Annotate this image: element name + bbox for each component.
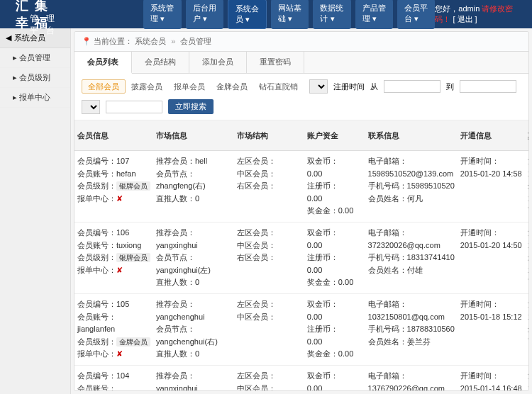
breadcrumb: 📍 当前位置： 系统会员 » 会员管理 — [74, 32, 528, 52]
filter-category[interactable]: 报单会员 — [168, 80, 211, 93]
filter-category[interactable]: 披露会员 — [126, 80, 168, 93]
filter-bar: 全部会员披露会员报单会员金牌会员钻石直院销 注册时间 从 到 立即搜索 — [74, 74, 528, 120]
filter-category[interactable]: 金牌会员 — [211, 80, 253, 93]
main-nav: 系统管理 ▾后台用户 ▾系统会员 ▾网站基础 ▾数据统计 ▾产品管理 ▾会员平台… — [143, 0, 435, 29]
nav-item[interactable]: 网站基础 ▾ — [271, 0, 309, 29]
table-row: 会员编号：105会员账号：jianglanfen会员级别：金牌会员报单中心：✘推… — [74, 293, 529, 365]
nav-item[interactable]: 系统管理 ▾ — [143, 0, 181, 29]
admin-name: admin — [458, 4, 480, 13]
nav-item[interactable]: 会员平台 ▾ — [397, 0, 435, 29]
table-row: 会员编号：107会员账号：hefan会员级别：银牌会员报单中心：✘推荐会员：he… — [74, 151, 529, 223]
member-table: 会员信息市场信息市场结构账户资金联系信息开通信息其他信息操作 会员编号：107会… — [74, 120, 529, 391]
top-bar: 汇 集 幸 福 管 理 平 台 系统管理 ▾后台用户 ▾系统会员 ▾网站基础 ▾… — [0, 0, 532, 28]
filter-select-1[interactable] — [309, 79, 328, 94]
table-row: 会员编号：106会员账号：tuxiong会员级别：银牌会员报单中心：✘推荐会员：… — [74, 222, 529, 293]
col-header: 市场结构 — [234, 120, 304, 151]
collapse-icon: ◀ — [6, 33, 11, 43]
content-tabs: 会员列表会员结构添加会员重置密码 — [74, 52, 528, 74]
sidebar-item[interactable]: ▸ 会员管理 — [0, 48, 70, 68]
nav-item[interactable]: 系统会员 ▾ — [228, 0, 267, 29]
nav-item[interactable]: 数据统计 ▾ — [313, 0, 350, 29]
col-header: 账户资金 — [304, 120, 365, 151]
filter-category[interactable]: 钻石直院销 — [253, 80, 304, 93]
filter-category[interactable]: 全部会员 — [82, 79, 126, 94]
table-row: 会员编号：104会员账号：liubangchun会员级别：银牌会员报单中心：✘推… — [74, 365, 529, 391]
search-button[interactable]: 立即搜索 — [168, 99, 214, 114]
nav-item[interactable]: 产品管理 ▾ — [355, 0, 393, 29]
tab[interactable]: 会员结构 — [132, 52, 189, 73]
nav-item[interactable]: 后台用户 ▾ — [186, 0, 223, 29]
col-header: 联系信息 — [365, 120, 458, 151]
date-from-input[interactable] — [384, 80, 440, 93]
col-header: 市场信息 — [153, 120, 234, 151]
sidebar-item[interactable]: ▸ 报单中心 — [0, 88, 70, 108]
col-header: 会员信息 — [74, 120, 153, 151]
sidebar-item[interactable]: ▸ 会员级别 — [0, 68, 70, 88]
content-area: 📍 当前位置： 系统会员 » 会员管理 会员列表会员结构添加会员重置密码 全部会… — [74, 31, 529, 391]
col-header: 开通信息 — [458, 120, 525, 151]
date-to-input[interactable] — [460, 80, 516, 93]
keyword-input[interactable] — [106, 101, 162, 113]
sidebar: ◀ 系统会员 ▸ 会员管理▸ 会员级别▸ 报单中心 — [0, 28, 71, 394]
logo-subtitle: 管 理 平 台 — [30, 13, 65, 37]
user-info: 您好，admin 请修改密码！ [ 退出 ] — [435, 4, 525, 25]
tab[interactable]: 添加会员 — [189, 52, 247, 73]
col-header: 其他信息 — [525, 120, 529, 151]
logout-link[interactable]: [ 退出 ] — [453, 15, 477, 23]
tab[interactable]: 会员列表 — [74, 52, 132, 74]
filter-select-2[interactable] — [82, 100, 100, 114]
tab[interactable]: 重置密码 — [247, 52, 304, 73]
